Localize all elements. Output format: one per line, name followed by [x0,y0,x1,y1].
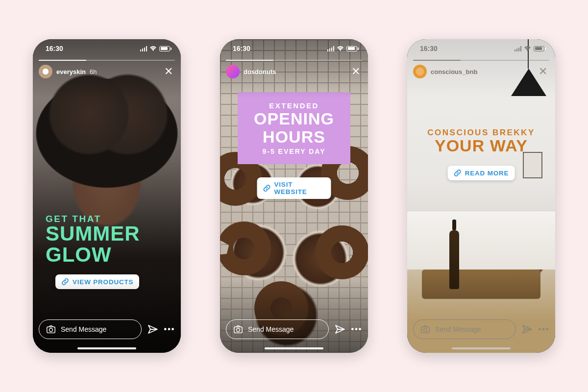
story-header: everyskin 6h ✕ [39,60,175,78]
cellular-icon [140,46,147,51]
wifi-icon [337,45,344,52]
phone-mockup-1: 16:30 everyskin 6h ✕ GET THAT SUMMER GLO… [33,39,181,353]
story-progress[interactable] [413,60,549,61]
more-icon[interactable]: ••• [164,325,175,334]
link-sticker-label: READ MORE [465,170,509,177]
story-banner: EXTENDED OPENING HOURS 9-5 EVERY DAY [238,92,350,164]
link-sticker-label: VISIT WEBSITE [274,181,325,196]
banner-line-2: OPENING [245,110,343,128]
svg-rect-2 [234,327,242,333]
reply-input[interactable]: Send Message [39,319,142,339]
decor-tray [422,270,540,299]
story-header: conscious_bnb ✕ [413,60,549,78]
reply-placeholder: Send Message [248,325,294,333]
reply-input[interactable]: Send Message [413,319,516,339]
reply-input[interactable]: Send Message [226,319,329,339]
banner-line-3: HOURS [245,128,343,146]
phone-mockup-3: 16:30 conscious_bnb ✕ CONSCIOUS BREKKY Y… [407,39,555,353]
home-indicator[interactable] [77,347,136,349]
svg-point-1 [49,328,53,332]
camera-icon[interactable] [46,325,56,334]
svg-point-5 [424,328,427,332]
link-sticker[interactable]: VISIT WEBSITE [257,177,331,199]
share-icon[interactable] [147,324,159,335]
status-bar: 16:30 [33,39,181,58]
headline-line-3: GLOW [46,245,140,266]
avatar[interactable] [39,65,52,78]
status-time: 16:30 [233,45,250,52]
decor-bottle [449,230,459,289]
share-icon[interactable] [521,324,534,335]
reply-placeholder: Send Message [435,325,481,333]
cellular-icon [327,46,335,51]
wifi-icon [524,45,531,52]
status-bar: 16:30 [220,39,368,58]
story-footer: Send Message ••• [226,319,362,339]
avatar[interactable] [226,65,240,78]
story-progress[interactable] [226,60,362,61]
username[interactable]: conscious_bnb [431,68,477,75]
headline-line-2: SUMMER [46,223,140,245]
story-headline: CONSCIOUS BREKKY YOUR WAY [407,128,555,155]
link-icon [454,169,462,177]
banner-line-4: 9-5 EVERY DAY [245,148,343,155]
status-bar: 16:30 [407,39,555,58]
cellular-icon [514,46,522,51]
link-icon [263,184,271,192]
home-indicator[interactable] [265,347,323,349]
reply-placeholder: Send Message [61,325,106,333]
home-indicator[interactable] [452,347,511,349]
close-icon[interactable]: ✕ [349,66,362,77]
story-headline: GET THAT SUMMER GLOW [46,214,140,266]
battery-icon [346,46,357,51]
phone-mockup-2: 16:30 dosdonuts ✕ EXTENDED OPENING HOURS… [220,39,368,353]
svg-rect-0 [47,327,55,333]
battery-icon [159,46,170,51]
username[interactable]: dosdonuts [244,68,276,75]
link-sticker[interactable]: READ MORE [448,166,515,180]
camera-icon[interactable] [233,325,243,334]
story-header: dosdonuts ✕ [226,60,362,78]
more-icon[interactable]: ••• [539,325,549,334]
svg-point-3 [237,328,240,332]
decor-bed [407,211,555,270]
more-icon[interactable]: ••• [351,325,362,334]
svg-rect-4 [421,327,429,333]
status-time: 16:30 [420,45,438,52]
decor-frame [523,152,542,178]
share-icon[interactable] [334,324,346,335]
close-icon[interactable]: ✕ [537,66,549,77]
banner-line-1: EXTENDED [245,102,343,110]
camera-icon[interactable] [420,325,430,334]
story-footer: Send Message ••• [39,319,175,339]
close-icon[interactable]: ✕ [162,66,175,77]
headline-line-2: YOUR WAY [407,137,555,155]
time-ago: 6h [90,68,97,75]
avatar[interactable] [413,65,427,78]
story-progress[interactable] [39,60,175,61]
story-footer: Send Message ••• [413,319,549,339]
status-time: 16:30 [46,45,63,52]
battery-icon [534,46,544,51]
wifi-icon [149,45,157,52]
username[interactable]: everyskin [56,68,86,75]
